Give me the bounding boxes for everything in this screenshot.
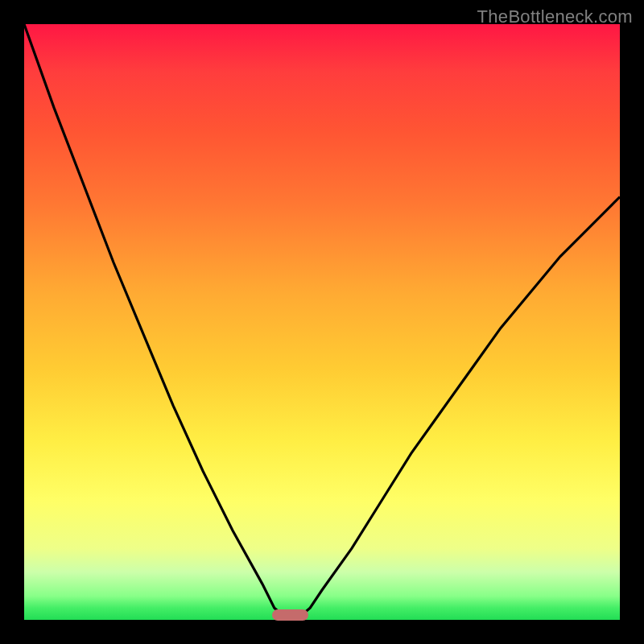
minimum-marker — [272, 609, 308, 621]
watermark-label: TheBottleneck.com — [477, 6, 633, 27]
bottleneck-curve — [24, 24, 620, 620]
chart-plot-area — [24, 24, 620, 620]
